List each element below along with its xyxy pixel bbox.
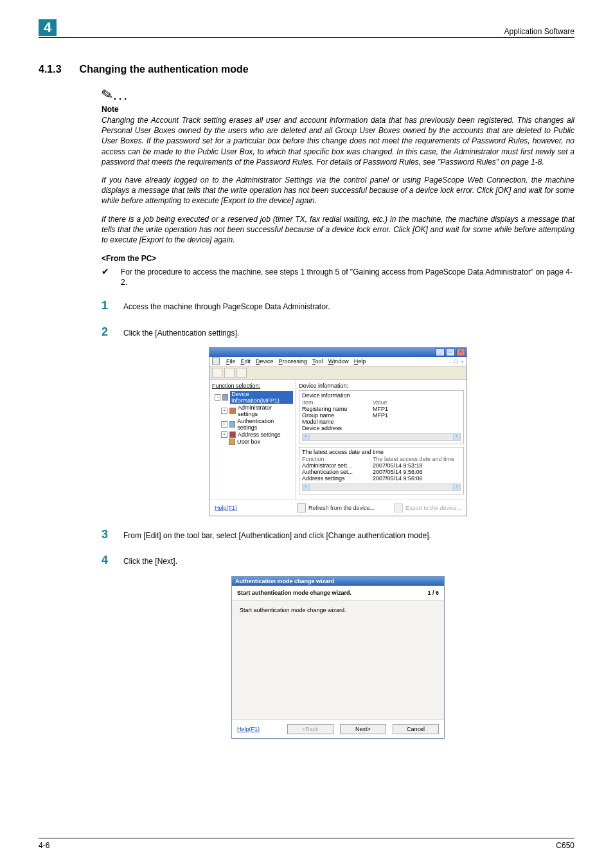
refresh-from-device-button[interactable]: Refresh from the device... — [297, 503, 375, 512]
step-text-3: From [Edit] on the tool bar, select [Aut… — [123, 530, 431, 541]
maximize-button[interactable]: □ — [446, 348, 455, 356]
kv-registering-name-v: MFP1 — [373, 406, 388, 412]
col2-datetime: The latest access date and time — [373, 456, 454, 462]
tree-root-device-info[interactable]: - Device information(MFP1) — [215, 391, 293, 404]
from-pc-subhead: <From the PC> — [102, 254, 574, 263]
check-item-text: For the procedure to access the machine,… — [121, 267, 574, 287]
group1-title: Device information — [302, 392, 461, 399]
wizard-next-button[interactable]: Next> — [340, 724, 386, 734]
col2-function: Function — [302, 456, 353, 462]
auth-icon — [229, 421, 236, 428]
group2-title: The latest access date and time — [302, 449, 461, 455]
kv2-addr-v: 2007/05/14 9:56:06 — [373, 475, 423, 482]
tree-item-address-settings[interactable]: + Address settings — [215, 431, 293, 438]
checkmark-icon: ✔ — [102, 267, 109, 287]
export-icon — [394, 503, 403, 512]
window-titlebar: _ □ × — [209, 348, 466, 357]
kv-registering-name-k: Registering name — [302, 406, 353, 412]
kv-group-name-v: MFP1 — [373, 412, 388, 419]
wizard-page-counter: 1 / 6 — [427, 590, 439, 596]
menu-window[interactable]: Window — [328, 358, 349, 365]
step-text-4: Click the [Next]. — [123, 556, 177, 566]
kv2-auth-k: Authentication set... — [302, 469, 353, 475]
footer-model: C650 — [556, 841, 574, 850]
wizard-cancel-button[interactable]: Cancel — [393, 724, 439, 734]
address-icon — [229, 431, 236, 438]
menu-device[interactable]: Device — [256, 358, 274, 365]
kv-model-name-k: Model name — [302, 419, 353, 425]
minimize-button[interactable]: _ — [436, 348, 445, 356]
step-number-4: 4 — [102, 552, 112, 568]
wizard-head-text: Start authentication mode change wizard. — [237, 590, 351, 596]
group-latest-access: The latest access date and time Function… — [299, 447, 464, 494]
screenshot-pagescope-window: _ □ × File Edit Device Processing Tool W… — [209, 347, 467, 516]
kv2-admin-v: 2007/05/14 9:53:18 — [373, 462, 423, 469]
menubar: File Edit Device Processing Tool Window … — [209, 357, 466, 366]
export-to-device-button[interactable]: Export to the device... — [394, 503, 461, 512]
toolbar-button-2[interactable] — [224, 368, 235, 378]
help-link[interactable]: Help(F1) — [215, 505, 237, 511]
group1-scrollbar[interactable]: ‹› — [302, 433, 461, 441]
note-paragraph-1: Changing the Account Track setting erase… — [102, 115, 574, 167]
step-text-1: Access the machine through PageScope Dat… — [123, 302, 330, 312]
tree-item-administrator-settings[interactable]: + Administrator settings — [215, 404, 293, 417]
screenshot-wizard-dialog: Authentication mode change wizard Start … — [231, 576, 445, 739]
step-number-2: 2 — [102, 324, 112, 339]
header-section-label: Application Software — [504, 27, 574, 36]
close-button[interactable]: × — [456, 348, 465, 356]
step-text-2: Click the [Authentication settings]. — [123, 328, 239, 338]
menu-processing[interactable]: Processing — [279, 358, 308, 365]
note-paragraph-3: If there is a job being executed or a re… — [102, 214, 574, 246]
wizard-back-button[interactable]: <Back — [287, 724, 333, 734]
device-icon — [222, 394, 228, 401]
group-device-information: Device information Item Value Registerin… — [299, 390, 464, 444]
userbox-icon — [229, 439, 235, 445]
wizard-help-link[interactable]: Help(F1) — [237, 726, 260, 732]
footer-page-number: 4-6 — [39, 841, 49, 850]
menu-tool[interactable]: Tool — [312, 358, 323, 365]
tree-item-user-box[interactable]: User box — [215, 439, 293, 445]
toolbar-button-1[interactable] — [212, 368, 222, 378]
wizard-titlebar: Authentication mode change wizard — [232, 577, 444, 586]
pane-title: Device information: — [299, 383, 464, 389]
section-title: Changing the authentication mode — [80, 64, 249, 75]
kv2-addr-k: Address settings — [302, 475, 353, 482]
toolbar — [209, 366, 466, 380]
step-number-3: 3 — [102, 527, 112, 542]
document-icon — [212, 357, 220, 365]
note-icon: ✎... — [102, 87, 574, 104]
toolbar-button-3[interactable] — [236, 368, 247, 378]
col-item: Item — [302, 399, 353, 406]
section-number: 4.1.3 — [39, 64, 62, 75]
refresh-icon — [297, 503, 306, 512]
menu-file[interactable]: File — [226, 358, 236, 365]
chapter-tab: 4 — [39, 19, 57, 36]
menu-edit[interactable]: Edit — [241, 358, 251, 365]
note-label: Note — [102, 105, 574, 114]
wizard-body-text: Start authentication mode change wizard. — [240, 607, 346, 613]
menu-help[interactable]: Help — [354, 358, 366, 365]
function-tree: Function selection: - Device information… — [209, 380, 296, 500]
col-value: Value — [373, 399, 387, 406]
step-number-1: 1 — [102, 298, 112, 313]
group2-scrollbar[interactable]: ‹› — [302, 484, 461, 491]
admin-icon — [229, 408, 236, 414]
kv-device-address-k: Device address — [302, 425, 353, 431]
note-paragraph-2: If you have already logged on to the Adm… — [102, 175, 574, 206]
tree-item-authentication-settings[interactable]: + Authentication settings — [215, 418, 293, 431]
kv2-auth-v: 2007/05/14 9:56:06 — [373, 469, 423, 475]
function-tree-title: Function selection: — [212, 383, 293, 389]
kv2-admin-k: Administrator sett... — [302, 462, 353, 469]
kv-group-name-k: Group name — [302, 412, 353, 419]
